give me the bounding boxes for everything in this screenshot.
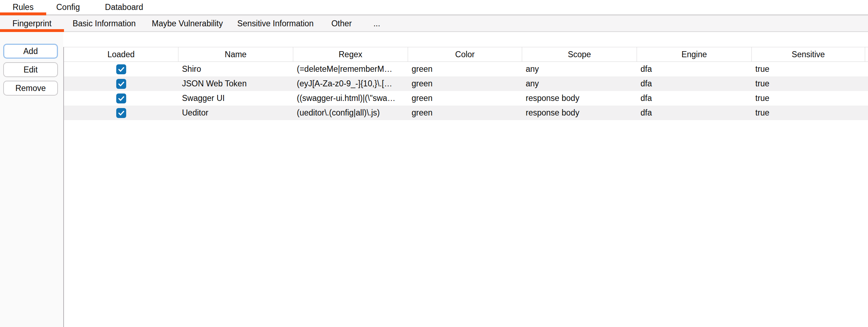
subtab-basic-information[interactable]: Basic Information xyxy=(64,16,144,31)
column-header-regex[interactable]: Regex xyxy=(293,47,408,61)
remove-button[interactable]: Remove xyxy=(3,81,58,96)
cell-engine: dfa xyxy=(637,91,752,106)
cell-regex: (=deleteMe|rememberM… xyxy=(293,62,408,76)
fingerprint-rules-table: Loaded Name Regex Color Scope Engine Sen… xyxy=(63,47,868,327)
column-header-color[interactable]: Color xyxy=(408,47,522,61)
check-icon xyxy=(117,95,125,102)
loaded-checkbox[interactable] xyxy=(116,64,126,74)
check-icon xyxy=(117,65,125,73)
subtab-fingerprint-label: Fingerprint xyxy=(12,19,52,28)
table-row[interactable]: Ueditor(ueditor\.(config|all)\.js)greenr… xyxy=(64,106,868,120)
column-header-loaded[interactable]: Loaded xyxy=(64,47,178,61)
column-header-name[interactable]: Name xyxy=(178,47,293,61)
cell-color: green xyxy=(408,106,522,120)
column-header-engine[interactable]: Engine xyxy=(637,47,752,61)
check-icon xyxy=(117,109,125,117)
cell-loaded xyxy=(64,76,178,91)
cell-sensitive: true xyxy=(752,62,865,76)
cell-engine: dfa xyxy=(637,106,752,120)
column-header-sensitive[interactable]: Sensitive xyxy=(752,47,865,61)
check-icon xyxy=(117,80,125,88)
remove-button-label: Remove xyxy=(15,84,46,93)
cell-regex: (eyJ[A-Za-z0-9_-]{10,}\.[… xyxy=(293,76,408,91)
subtab-more-label: ... xyxy=(373,19,380,28)
cell-sensitive: true xyxy=(752,91,865,106)
actions-panel: Add Edit Remove xyxy=(0,32,63,327)
cell-regex: ((swagger-ui.html)|(\"swa… xyxy=(293,91,408,106)
cell-regex: (ueditor\.(config|all)\.js) xyxy=(293,106,408,120)
table-row[interactable]: JSON Web Token(eyJ[A-Za-z0-9_-]{10,}\.[…… xyxy=(64,76,868,91)
subtab-maybe-vulnerability[interactable]: Maybe Vulnerability xyxy=(144,16,230,31)
table-row[interactable]: Swagger UI((swagger-ui.html)|(\"swa…gree… xyxy=(64,91,868,106)
cell-sensitive: true xyxy=(752,76,865,91)
add-button[interactable]: Add xyxy=(3,44,58,59)
subtab-other[interactable]: Other xyxy=(321,16,363,31)
tab-databoard[interactable]: Databoard xyxy=(90,0,158,14)
cell-engine: dfa xyxy=(637,62,752,76)
cell-scope: response body xyxy=(522,91,637,106)
cell-loaded xyxy=(64,106,178,120)
rules-subtab-bar: Fingerprint Basic Information Maybe Vuln… xyxy=(0,15,868,32)
tab-config[interactable]: Config xyxy=(46,0,90,14)
edit-button[interactable]: Edit xyxy=(3,62,58,77)
subtab-basic-information-label: Basic Information xyxy=(73,19,136,28)
table-body: Shiro(=deleteMe|rememberM…greenanydfatru… xyxy=(64,62,868,120)
main-tab-bar: Rules Config Databoard xyxy=(0,0,868,15)
loaded-checkbox[interactable] xyxy=(116,79,126,89)
cell-loaded xyxy=(64,91,178,106)
column-header-scope[interactable]: Scope xyxy=(522,47,637,61)
cell-color: green xyxy=(408,91,522,106)
subtab-sensitive-information[interactable]: Sensitive Information xyxy=(230,16,321,31)
cell-engine: dfa xyxy=(637,76,752,91)
cell-name: Swagger UI xyxy=(178,91,293,106)
subtab-fingerprint[interactable]: Fingerprint xyxy=(0,16,64,31)
subtab-maybe-vulnerability-label: Maybe Vulnerability xyxy=(152,19,223,28)
table-header-row: Loaded Name Regex Color Scope Engine Sen… xyxy=(64,47,868,62)
tab-rules-label: Rules xyxy=(13,2,34,12)
subtab-other-label: Other xyxy=(331,19,352,28)
edit-button-label: Edit xyxy=(23,65,38,75)
cell-scope: response body xyxy=(522,106,637,120)
loaded-checkbox[interactable] xyxy=(116,108,126,118)
cell-color: green xyxy=(408,62,522,76)
app-window: Rules Config Databoard Fingerprint Basic… xyxy=(0,0,868,327)
column-header-filler xyxy=(865,47,868,61)
cell-color: green xyxy=(408,76,522,91)
loaded-checkbox[interactable] xyxy=(116,93,126,103)
cell-scope: any xyxy=(522,76,637,91)
cell-name: Shiro xyxy=(178,62,293,76)
cell-name: Ueditor xyxy=(178,106,293,120)
cell-sensitive: true xyxy=(752,106,865,120)
cell-scope: any xyxy=(522,62,637,76)
subtab-more[interactable]: ... xyxy=(363,16,391,31)
tab-rules[interactable]: Rules xyxy=(0,0,46,14)
subtab-sensitive-information-label: Sensitive Information xyxy=(237,19,314,28)
cell-loaded xyxy=(64,62,178,76)
add-button-label: Add xyxy=(23,47,38,56)
table-row[interactable]: Shiro(=deleteMe|rememberM…greenanydfatru… xyxy=(64,62,868,76)
tab-databoard-label: Databoard xyxy=(105,2,143,12)
tab-config-label: Config xyxy=(56,2,80,12)
cell-name: JSON Web Token xyxy=(178,76,293,91)
